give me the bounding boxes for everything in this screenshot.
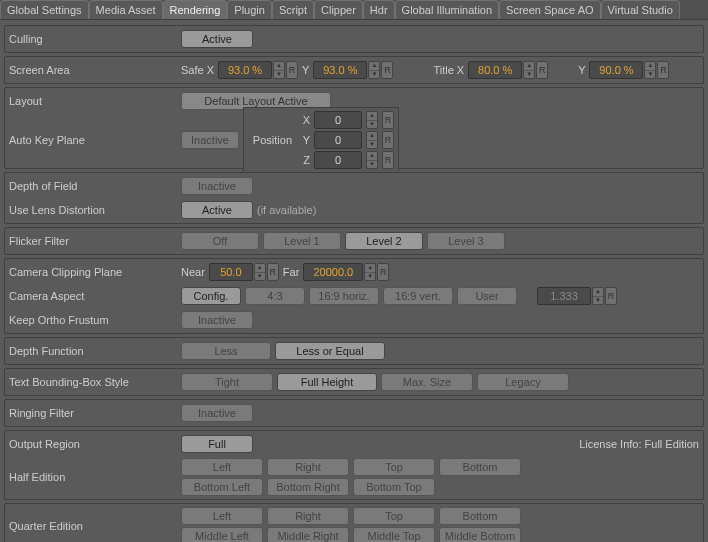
up-icon[interactable]: ▲ [524, 62, 534, 71]
down-icon[interactable]: ▼ [524, 71, 534, 79]
lens-dist-button[interactable]: Active [181, 201, 253, 219]
near-spinner[interactable]: ▲▼ [254, 263, 266, 281]
pos-z-input[interactable]: 0 [314, 151, 362, 169]
half-bottom[interactable]: Bottom [439, 458, 521, 476]
culling-button[interactable]: Active [181, 30, 253, 48]
autokey-state[interactable]: Inactive [181, 131, 239, 149]
half-right[interactable]: Right [267, 458, 349, 476]
q-top[interactable]: Top [353, 507, 435, 525]
flicker-l1[interactable]: Level 1 [263, 232, 341, 250]
tab-rendering[interactable]: Rendering [163, 0, 228, 19]
q-right[interactable]: Right [267, 507, 349, 525]
up-icon[interactable]: ▲ [367, 152, 377, 161]
lens-dist-label: Use Lens Distortion [9, 204, 177, 216]
tab-virtual-studio[interactable]: Virtual Studio [601, 0, 680, 19]
safe-y-spinner[interactable]: ▲▼ [368, 61, 380, 79]
q-mt[interactable]: Middle Top [353, 527, 435, 542]
safe-x-reset[interactable]: R [286, 61, 298, 79]
down-icon[interactable]: ▼ [255, 273, 265, 281]
down-icon[interactable]: ▼ [367, 161, 377, 169]
title-y-input[interactable]: 90.0 % [589, 61, 643, 79]
flicker-l3[interactable]: Level 3 [427, 232, 505, 250]
up-icon[interactable]: ▲ [367, 132, 377, 141]
title-x-spinner[interactable]: ▲▼ [523, 61, 535, 79]
up-icon[interactable]: ▲ [645, 62, 655, 71]
aspect-43[interactable]: 4:3 [245, 287, 305, 305]
down-icon[interactable]: ▼ [367, 141, 377, 149]
half-br[interactable]: Bottom Right [267, 478, 349, 496]
aspect-reset[interactable]: R [605, 287, 617, 305]
tab-plugin[interactable]: Plugin [227, 0, 272, 19]
tab-hdr[interactable]: Hdr [363, 0, 395, 19]
pos-x-reset[interactable]: R [382, 111, 394, 129]
aspect-user[interactable]: User [457, 287, 517, 305]
dof-button[interactable]: Inactive [181, 177, 253, 195]
up-icon[interactable]: ▲ [367, 112, 377, 121]
pos-x-input[interactable]: 0 [314, 111, 362, 129]
textbb-max[interactable]: Max. Size [381, 373, 473, 391]
aspect-spinner[interactable]: ▲▼ [592, 287, 604, 305]
depth-less[interactable]: Less [181, 342, 271, 360]
flicker-off[interactable]: Off [181, 232, 259, 250]
q-left[interactable]: Left [181, 507, 263, 525]
down-icon[interactable]: ▼ [367, 121, 377, 129]
near-reset[interactable]: R [267, 263, 279, 281]
half-bl[interactable]: Bottom Left [181, 478, 263, 496]
down-icon[interactable]: ▼ [645, 71, 655, 79]
tab-media-asset[interactable]: Media Asset [89, 0, 163, 19]
aspect-169h[interactable]: 16:9 horiz. [309, 287, 379, 305]
title-y-spinner[interactable]: ▲▼ [644, 61, 656, 79]
ringing-group: Ringing Filter Inactive [4, 399, 704, 427]
safe-x-input[interactable]: 93.0 % [218, 61, 272, 79]
pos-z-spinner[interactable]: ▲▼ [366, 151, 378, 169]
tab-script[interactable]: Script [272, 0, 314, 19]
textbb-tight[interactable]: Tight [181, 373, 273, 391]
q-bottom[interactable]: Bottom [439, 507, 521, 525]
up-icon[interactable]: ▲ [369, 62, 379, 71]
ortho-button[interactable]: Inactive [181, 311, 253, 329]
tab-global-settings[interactable]: Global Settings [0, 0, 89, 19]
title-x-reset[interactable]: R [536, 61, 548, 79]
far-reset[interactable]: R [377, 263, 389, 281]
flicker-l2[interactable]: Level 2 [345, 232, 423, 250]
culling-group: Culling Active [4, 25, 704, 53]
q-mb[interactable]: Middle Bottom [439, 527, 521, 542]
down-icon[interactable]: ▼ [365, 273, 375, 281]
down-icon[interactable]: ▼ [593, 297, 603, 305]
half-left[interactable]: Left [181, 458, 263, 476]
up-icon[interactable]: ▲ [255, 264, 265, 273]
output-full[interactable]: Full [181, 435, 253, 453]
near-input[interactable]: 50.0 [209, 263, 253, 281]
down-icon[interactable]: ▼ [369, 71, 379, 79]
aspect-169v[interactable]: 16:9 vert. [383, 287, 453, 305]
q-ml[interactable]: Middle Left [181, 527, 263, 542]
q-mr[interactable]: Middle Right [267, 527, 349, 542]
safe-y-input[interactable]: 93.0 % [313, 61, 367, 79]
textbb-legacy[interactable]: Legacy [477, 373, 569, 391]
title-x-input[interactable]: 80.0 % [468, 61, 522, 79]
depth-lessequal[interactable]: Less or Equal [275, 342, 385, 360]
pos-x-spinner[interactable]: ▲▼ [366, 111, 378, 129]
half-top[interactable]: Top [353, 458, 435, 476]
up-icon[interactable]: ▲ [274, 62, 284, 71]
pos-y-spinner[interactable]: ▲▼ [366, 131, 378, 149]
tab-screen-space-ao[interactable]: Screen Space AO [499, 0, 600, 19]
title-y-reset[interactable]: R [657, 61, 669, 79]
aspect-value[interactable]: 1.333 [537, 287, 591, 305]
far-spinner[interactable]: ▲▼ [364, 263, 376, 281]
half-bt[interactable]: Bottom Top [353, 478, 435, 496]
pos-y-reset[interactable]: R [382, 131, 394, 149]
far-input[interactable]: 20000.0 [303, 263, 363, 281]
up-icon[interactable]: ▲ [365, 264, 375, 273]
pos-y-input[interactable]: 0 [314, 131, 362, 149]
safe-x-spinner[interactable]: ▲▼ [273, 61, 285, 79]
tab-clipper[interactable]: Clipper [314, 0, 363, 19]
textbb-full[interactable]: Full Height [277, 373, 377, 391]
safe-y-reset[interactable]: R [381, 61, 393, 79]
pos-z-reset[interactable]: R [382, 151, 394, 169]
up-icon[interactable]: ▲ [593, 288, 603, 297]
tab-global-illumination[interactable]: Global Illumination [395, 0, 500, 19]
down-icon[interactable]: ▼ [274, 71, 284, 79]
aspect-config[interactable]: Config. [181, 287, 241, 305]
ringing-button[interactable]: Inactive [181, 404, 253, 422]
